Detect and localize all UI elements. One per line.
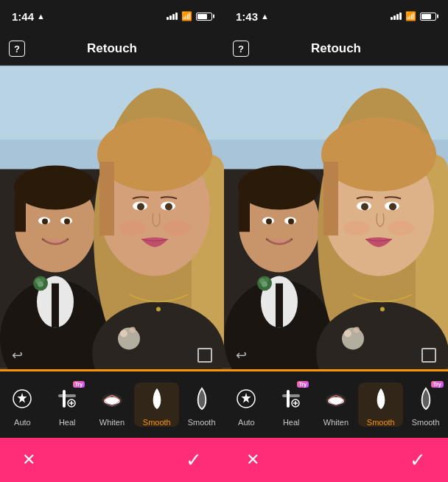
auto-label-right: Auto xyxy=(238,418,255,427)
smooth2-icon-wrapper-left xyxy=(186,383,218,415)
battery-icon-left xyxy=(196,13,212,21)
tool-smooth-right[interactable]: Smooth xyxy=(358,383,403,427)
heal-icon-wrapper-right: Try xyxy=(275,383,307,415)
smooth-icon-wrapper-right xyxy=(365,383,397,415)
action-bar-left: ✕ ✓ xyxy=(0,438,224,482)
cancel-button-right[interactable]: ✕ xyxy=(246,450,259,469)
heal-label-right: Heal xyxy=(283,418,300,427)
status-right-left: 📶 xyxy=(167,11,212,21)
nav-title-left: Retouch xyxy=(87,41,137,56)
svg-point-78 xyxy=(343,221,370,236)
photo-content-right xyxy=(224,65,448,369)
smooth-icon-right xyxy=(371,387,391,411)
svg-point-79 xyxy=(388,221,414,236)
status-right-right-area: 📶 xyxy=(391,11,436,21)
wifi-icon-right: 📶 xyxy=(405,11,416,21)
tool-whiten-left[interactable]: Whiten xyxy=(90,383,135,427)
tool-smooth-left[interactable]: Smooth xyxy=(134,383,179,427)
photo-svg-right xyxy=(224,65,448,369)
undo-icon-left[interactable]: ↩ xyxy=(12,347,23,363)
svg-rect-73 xyxy=(323,162,338,236)
smooth-label-left: Smooth xyxy=(143,418,171,427)
tool-smooth2-right[interactable]: Try Smooth xyxy=(403,383,448,427)
right-panel: 1:43 ▲ 📶 ? Retouch xyxy=(224,0,448,482)
tool-smooth2-left[interactable]: Smooth xyxy=(179,383,224,427)
nav-bar-left: ? Retouch xyxy=(0,32,224,65)
left-panel: 1:44 ▲ 📶 ? Retouch xyxy=(0,0,224,482)
svg-point-77 xyxy=(389,203,396,211)
action-bar-right: ✕ ✓ xyxy=(224,438,448,482)
heal-icon-right xyxy=(279,387,303,411)
help-button-left[interactable]: ? xyxy=(9,41,25,57)
undo-icon-right[interactable]: ↩ xyxy=(236,347,247,363)
location-icon-right: ▲ xyxy=(261,12,269,21)
svg-point-10 xyxy=(38,282,43,287)
tool-auto-right[interactable]: Auto xyxy=(224,383,269,427)
svg-point-18 xyxy=(64,219,70,225)
smooth2-icon-left xyxy=(192,387,212,411)
auto-icon-wrapper-left xyxy=(6,383,38,415)
photo-area-left[interactable]: ↩ xyxy=(0,65,224,369)
confirm-button-right[interactable]: ✓ xyxy=(410,449,426,472)
svg-point-34 xyxy=(164,221,190,236)
svg-point-32 xyxy=(165,203,172,211)
heal-icon-wrapper-left: Try xyxy=(51,383,83,415)
tools-bar-right: Auto Try Heal xyxy=(224,371,448,438)
tool-heal-right[interactable]: Try Heal xyxy=(269,383,314,427)
svg-point-33 xyxy=(119,221,146,236)
svg-point-53 xyxy=(265,278,269,282)
tools-bar-left: Auto Try Heal xyxy=(0,371,224,438)
smooth-icon-wrapper-left xyxy=(141,383,173,415)
svg-rect-28 xyxy=(99,162,114,236)
wifi-icon-left: 📶 xyxy=(181,11,192,21)
svg-point-69 xyxy=(380,307,385,312)
smooth2-icon-right xyxy=(416,387,436,411)
photo-content-left xyxy=(0,65,224,369)
whiten-icon-wrapper-right xyxy=(320,383,352,415)
svg-point-31 xyxy=(137,203,144,211)
svg-point-76 xyxy=(361,203,368,211)
svg-rect-6 xyxy=(52,284,59,328)
photo-area-right[interactable]: ↩ xyxy=(224,65,448,369)
svg-point-67 xyxy=(344,330,351,338)
auto-icon-left xyxy=(10,387,34,411)
svg-point-61 xyxy=(266,219,272,225)
confirm-button-left[interactable]: ✓ xyxy=(186,449,202,472)
heal-label-left: Heal xyxy=(59,418,76,427)
svg-rect-82 xyxy=(282,394,300,397)
whiten-icon-left xyxy=(99,385,125,412)
nav-bar-right: ? Retouch xyxy=(224,32,448,65)
svg-rect-57 xyxy=(239,195,250,232)
svg-point-54 xyxy=(262,282,267,287)
tool-auto-left[interactable]: Auto xyxy=(0,383,45,427)
smooth2-label-right: Smooth xyxy=(412,418,440,427)
svg-rect-58 xyxy=(276,181,320,195)
svg-point-68 xyxy=(354,327,360,333)
location-icon-left: ▲ xyxy=(37,12,45,21)
svg-rect-50 xyxy=(276,284,283,328)
crop-frame-left[interactable] xyxy=(197,348,212,363)
photo-bottom-controls-left: ↩ xyxy=(0,347,224,363)
status-bar-left: 1:44 ▲ 📶 xyxy=(0,0,224,32)
smooth2-label-left: Smooth xyxy=(188,418,216,427)
battery-icon-right xyxy=(420,13,436,21)
nav-title-right: Retouch xyxy=(311,41,361,56)
try-badge-heal-right: Try xyxy=(297,381,309,388)
status-left: 1:44 ▲ xyxy=(12,10,45,23)
help-button-right[interactable]: ? xyxy=(233,41,249,57)
tool-heal-left[interactable]: Try Heal xyxy=(45,383,90,427)
status-bar-right: 1:43 ▲ 📶 xyxy=(224,0,448,32)
time-right: 1:43 xyxy=(236,10,258,23)
svg-rect-81 xyxy=(287,390,290,408)
smooth-icon-left xyxy=(147,387,167,411)
svg-point-27 xyxy=(97,118,212,192)
auto-label-left: Auto xyxy=(14,418,31,427)
tool-whiten-right[interactable]: Whiten xyxy=(314,383,359,427)
photo-bottom-controls-right: ↩ xyxy=(224,347,448,363)
whiten-label-right: Whiten xyxy=(323,418,349,427)
cancel-button-left[interactable]: ✕ xyxy=(22,450,35,469)
time-left: 1:44 xyxy=(12,10,34,23)
crop-frame-right[interactable] xyxy=(421,348,436,363)
try-badge-heal-left: Try xyxy=(73,381,85,388)
auto-icon-right xyxy=(234,387,258,411)
